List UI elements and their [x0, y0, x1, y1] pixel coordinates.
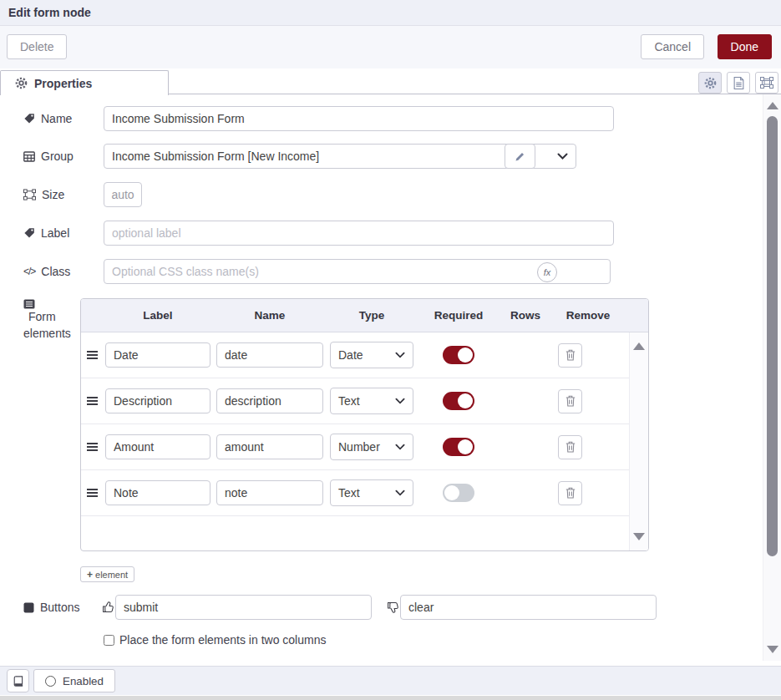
drag-handle-icon[interactable] [87, 446, 98, 448]
element-label-input[interactable] [105, 342, 210, 368]
required-toggle[interactable] [443, 392, 474, 410]
plus-icon: + [87, 569, 93, 581]
size-button[interactable]: auto [104, 182, 142, 207]
form-elements-label: Form elements [23, 299, 77, 341]
dialog-toolbar: Delete Cancel Done [0, 26, 781, 68]
type-select-value: Text [338, 486, 360, 500]
element-name-input[interactable] [216, 342, 323, 368]
col-remove: Remove [550, 309, 626, 322]
two-columns-option: Place the form elements in two columns [104, 633, 326, 647]
gear-icon [15, 77, 28, 89]
col-label: Label [103, 309, 213, 322]
label-row: Label [23, 221, 781, 247]
name-label: Name [23, 112, 72, 125]
drag-handle-icon[interactable] [87, 492, 98, 494]
appearance-tool-button[interactable] [755, 72, 778, 94]
col-required: Required [417, 309, 500, 322]
type-select[interactable]: Date [330, 342, 413, 368]
class-label: </> Class [23, 265, 70, 278]
element-label-input[interactable] [105, 480, 210, 505]
properties-tool-button[interactable] [698, 72, 722, 94]
trash-icon [565, 395, 576, 407]
thumbs-up-icon [102, 601, 114, 614]
name-input[interactable] [104, 106, 614, 131]
scroll-down-icon[interactable] [767, 646, 778, 653]
tab-properties-label: Properties [34, 77, 92, 90]
table-scrollbar[interactable] [629, 332, 648, 550]
table-icon [23, 151, 35, 162]
square-icon [23, 602, 34, 613]
class-row: </> Class fx [23, 259, 781, 286]
clear-button-input[interactable] [400, 595, 657, 620]
element-row: Number [81, 424, 648, 470]
code-icon: </> [23, 266, 35, 277]
col-name: Name [213, 309, 327, 322]
type-select-value: Date [338, 348, 363, 362]
done-button[interactable]: Done [718, 34, 772, 59]
element-label-input[interactable] [105, 434, 210, 459]
delete-button[interactable]: Delete [7, 34, 67, 59]
circle-icon [45, 676, 56, 687]
type-select[interactable]: Text [330, 388, 413, 414]
size-row: Size auto [23, 182, 781, 209]
tab-tools [698, 72, 778, 94]
submit-button-input[interactable] [115, 595, 372, 620]
dialog-footer: Enabled [0, 666, 781, 695]
type-select-value: Text [338, 394, 360, 408]
gear-icon [704, 77, 717, 89]
col-type: Type [327, 309, 417, 322]
required-toggle[interactable] [443, 346, 474, 364]
form-elements-table: Label Name Type Required Rows Remove Dat… [80, 298, 649, 551]
drag-handle-icon[interactable] [87, 354, 98, 356]
element-name-input[interactable] [216, 388, 323, 413]
required-toggle[interactable] [443, 438, 474, 456]
name-row: Name [23, 106, 781, 133]
label-input[interactable] [104, 221, 614, 246]
element-label-input[interactable] [105, 388, 210, 413]
description-tool-button[interactable] [727, 72, 750, 94]
tab-properties[interactable]: Properties [0, 70, 169, 95]
enabled-toggle-button[interactable]: Enabled [33, 669, 115, 692]
scroll-down-icon[interactable] [633, 533, 645, 540]
cancel-button[interactable]: Cancel [641, 34, 704, 59]
scroll-up-icon[interactable] [767, 102, 778, 109]
group-label: Group [23, 150, 74, 163]
delete-element-button[interactable] [558, 343, 582, 368]
edit-group-button[interactable] [505, 144, 535, 169]
chevron-down-icon [557, 153, 568, 160]
delete-element-button[interactable] [558, 435, 582, 459]
class-input[interactable] [104, 259, 611, 284]
element-row: Text [81, 378, 648, 424]
type-select[interactable]: Number [330, 434, 413, 460]
book-icon [13, 676, 23, 687]
add-element-button[interactable]: + element [80, 566, 134, 582]
delete-element-button[interactable] [558, 481, 582, 505]
element-row: Date [81, 332, 648, 378]
node-info-button[interactable] [7, 669, 29, 692]
delete-element-button[interactable] [558, 389, 582, 413]
main-scrollbar[interactable] [763, 94, 781, 661]
chevron-down-icon [395, 444, 405, 450]
type-select[interactable]: Text [330, 479, 413, 506]
pencil-icon [515, 151, 525, 162]
two-columns-checkbox[interactable] [104, 635, 114, 646]
dialog-title: Edit form node [8, 6, 91, 19]
properties-panel: Name Group Income Submission Form [New I… [0, 94, 781, 662]
element-name-input[interactable] [216, 434, 323, 459]
file-icon [733, 77, 744, 89]
bottom-strip [0, 695, 781, 700]
trash-icon [565, 441, 576, 453]
two-columns-label: Place the form elements in two columns [119, 633, 326, 647]
required-toggle[interactable] [443, 484, 474, 502]
element-name-input[interactable] [216, 480, 323, 505]
type-select-value: Number [338, 440, 380, 454]
drag-handle-icon[interactable] [87, 400, 98, 402]
element-rows: Date Text [81, 332, 648, 550]
col-rows: Rows [500, 309, 550, 322]
size-label: Size [23, 188, 64, 201]
tab-bar: Properties [0, 68, 781, 94]
tag-icon [23, 113, 35, 124]
scrollbar-thumb[interactable] [767, 116, 778, 556]
scroll-up-icon[interactable] [633, 342, 645, 350]
group-select-value: Income Submission Form [New Income] [112, 150, 319, 163]
